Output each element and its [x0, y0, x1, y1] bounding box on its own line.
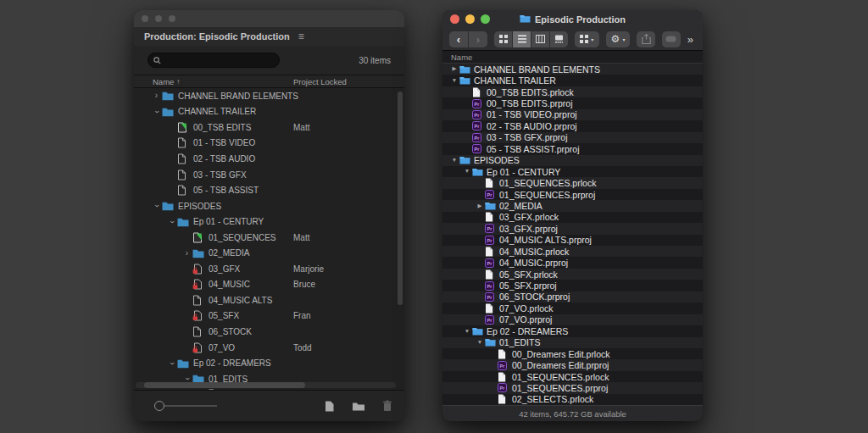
finder-file-list: ▶CHANNEL BRAND ELEMENTS▼CHANNEL TRAILER0… — [442, 64, 703, 405]
finder-list-item[interactable]: Pr02 - TSB AUDIO.prproj — [442, 120, 703, 131]
prproj-file-icon: Pr — [485, 258, 498, 268]
search-icon — [153, 57, 161, 64]
premiere-tree-row[interactable]: 03_GFXMarjorie — [134, 261, 404, 277]
icon-view-button[interactable] — [494, 31, 512, 47]
close-button[interactable] — [450, 14, 459, 24]
premiere-tree-row[interactable]: ›Ep 02 - DREAMERS — [134, 355, 404, 371]
disclosure-chevron-icon[interactable]: › — [181, 249, 192, 258]
finder-list-item[interactable]: ▶CHANNEL BRAND ELEMENTS — [442, 64, 703, 75]
column-header-name[interactable]: Name↑ — [153, 77, 180, 86]
finder-titlebar[interactable]: Episodic Production — [442, 10, 703, 28]
premiere-tree-row[interactable]: 01_SEQUENCESMatt — [134, 230, 404, 246]
finder-list-item[interactable]: Pr06_STOCK.prproj — [442, 291, 703, 303]
row-label: 05 - TSB ASSIST — [193, 186, 259, 195]
finder-list-item[interactable]: 00_Dreamers Edit.prlock — [442, 348, 703, 359]
disclosure-chevron-icon[interactable]: › — [151, 92, 162, 100]
finder-list-item[interactable]: Pr04_MUSIC ALTS.prproj — [442, 235, 703, 246]
finder-name-column-header[interactable]: Name — [442, 51, 703, 64]
finder-list-item[interactable]: ▼EPISODES — [442, 155, 703, 166]
finder-list-item[interactable]: ▼Ep 02 - DREAMERS — [442, 325, 703, 336]
disclosure-triangle-icon[interactable]: ▶ — [449, 66, 459, 72]
disclosure-chevron-icon[interactable]: › — [153, 106, 161, 117]
column-header-project-locked[interactable]: Project Locked — [293, 77, 347, 86]
search-input[interactable] — [147, 53, 280, 68]
finder-list-item[interactable]: Pr03_GFX.prproj — [442, 223, 703, 234]
fullscreen-button[interactable] — [481, 14, 490, 24]
vertical-scrollbar[interactable] — [398, 92, 403, 305]
window-close-button[interactable] — [142, 15, 148, 22]
premiere-tree-row[interactable]: 05_SFXFran — [134, 308, 404, 325]
finder-list-item[interactable]: Pr07_VO.prproj — [442, 314, 703, 325]
finder-list-item[interactable]: Pr05 - TSB ASSIST.prproj — [442, 143, 703, 154]
forward-button[interactable]: › — [469, 31, 487, 47]
disclosure-chevron-icon[interactable]: › — [168, 216, 176, 227]
toolbar-overflow-icon[interactable]: » — [687, 33, 696, 46]
finder-list-item[interactable]: ▼01_EDITS — [442, 337, 703, 348]
finder-list-item[interactable]: Pr01_SEQUENCES.prproj — [442, 382, 703, 393]
finder-list-item[interactable]: Pr03 - TSB GFX.prproj — [442, 132, 703, 143]
premiere-tree-row[interactable]: ›02_MEDIA — [134, 245, 404, 261]
premiere-tree-row[interactable]: 04_MUSIC ALTS — [134, 292, 404, 308]
list-view-button[interactable] — [513, 31, 531, 47]
disclosure-triangle-icon[interactable]: ▼ — [462, 329, 472, 335]
finder-list-item[interactable]: ▼Ep 01 - CENTURY — [442, 166, 703, 177]
gallery-view-button[interactable] — [550, 31, 568, 47]
premiere-tree-row[interactable]: ›CHANNEL BRAND ELEMENTS — [134, 88, 404, 104]
disclosure-triangle-icon[interactable]: ▶ — [475, 203, 485, 209]
disclosure-triangle-icon[interactable]: ▼ — [449, 78, 459, 84]
zoom-slider[interactable] — [154, 401, 217, 411]
group-by-button[interactable]: ▾ — [575, 31, 599, 47]
finder-list-item[interactable]: Pr01 - TSB VIDEO.prproj — [442, 109, 703, 120]
finder-list-item[interactable]: Pr01_SEQUENCES.prproj — [442, 189, 703, 200]
premiere-tree-row[interactable]: 04_MUSICBruce — [134, 277, 404, 293]
finder-list-item[interactable]: 00_TSB EDITS.prlock — [442, 86, 703, 97]
disclosure-triangle-icon[interactable]: ▼ — [475, 340, 485, 346]
premiere-tree-row[interactable]: ›CHANNEL TRAILER — [134, 104, 404, 120]
back-button[interactable]: ‹ — [449, 31, 468, 47]
finder-list-item[interactable]: Pr00_Dreamers Edit.prproj — [442, 359, 703, 370]
premiere-tree-row[interactable]: ›Ep 01 - CENTURY — [134, 214, 404, 230]
finder-list-item[interactable]: 01_SEQUENCES.prlock — [442, 177, 703, 188]
premiere-tree-row[interactable]: ›EPISODES — [134, 198, 404, 214]
disclosure-triangle-icon[interactable]: ▼ — [462, 169, 472, 175]
minimize-button[interactable] — [465, 14, 475, 24]
panel-menu-icon[interactable]: ≡ — [298, 31, 304, 42]
production-panel-tab[interactable]: Production: Episodic Production ≡ — [134, 27, 404, 46]
new-bin-icon[interactable] — [352, 401, 365, 412]
horizontal-scrollbar-thumb[interactable] — [144, 382, 305, 388]
finder-list-item[interactable]: ▶02_MEDIA — [442, 200, 703, 211]
finder-list-item[interactable]: 05_SFX.prlock — [442, 269, 703, 280]
disclosure-chevron-icon[interactable]: › — [168, 358, 176, 369]
premiere-tree-row[interactable]: 05 - TSB ASSIST — [134, 182, 404, 198]
premiere-titlebar[interactable] — [134, 10, 404, 27]
finder-list-item[interactable]: 03_GFX.prlock — [442, 212, 703, 223]
premiere-tree-row[interactable]: 02 - TSB AUDIO — [134, 151, 404, 167]
tags-button[interactable] — [662, 31, 681, 47]
window-zoom-button[interactable] — [169, 15, 175, 22]
disclosure-chevron-icon[interactable]: › — [153, 201, 161, 212]
premiere-tree-row[interactable]: 07_VOTodd — [134, 340, 404, 356]
finder-list-item[interactable]: Pr05_SFX.prproj — [442, 280, 703, 291]
bin-folder-icon — [162, 91, 175, 101]
column-view-button[interactable] — [531, 31, 549, 47]
finder-list-item[interactable]: 07_VO.prlock — [442, 303, 703, 314]
window-minimize-button[interactable] — [155, 15, 162, 22]
disclosure-triangle-icon[interactable]: ▼ — [449, 158, 459, 164]
trash-icon[interactable] — [382, 400, 392, 412]
row-label: 00_TSB EDITS — [193, 123, 251, 132]
finder-list-item[interactable]: Pr04_MUSIC.prproj — [442, 257, 703, 268]
finder-list-item[interactable]: ▼CHANNEL TRAILER — [442, 75, 703, 86]
finder-list-item[interactable]: 02_SELECTS.prlock — [442, 394, 703, 405]
premiere-tree-row[interactable]: 01 - TSB VIDEO — [134, 136, 404, 152]
finder-list-item[interactable]: Pr00_TSB EDITS.prproj — [442, 97, 703, 108]
finder-list-item[interactable]: 04_MUSIC.prlock — [442, 246, 703, 257]
premiere-tree-row[interactable]: 00_TSB EDITSMatt — [134, 119, 404, 136]
premiere-tree-row[interactable]: 06_STOCK — [134, 324, 404, 340]
action-menu-button[interactable]: ⚙ ▾ — [606, 31, 631, 47]
zoom-slider-knob[interactable] — [154, 401, 164, 411]
share-button[interactable] — [637, 31, 655, 47]
new-item-icon[interactable] — [324, 400, 335, 413]
horizontal-scrollbar[interactable] — [136, 382, 396, 388]
finder-list-item[interactable]: 01_SEQUENCES.prlock — [442, 371, 703, 382]
premiere-tree-row[interactable]: 03 - TSB GFX — [134, 167, 404, 183]
